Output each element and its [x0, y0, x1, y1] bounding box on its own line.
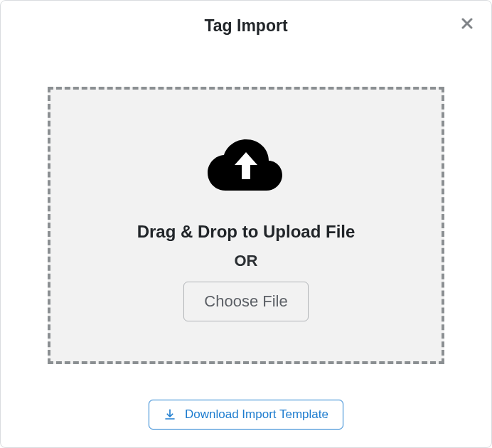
drop-instruction: Drag & Drop to Upload File	[137, 222, 355, 242]
cloud-upload-icon	[208, 132, 284, 196]
close-icon	[461, 18, 473, 29]
choose-file-button[interactable]: Choose File	[183, 282, 308, 321]
download-icon	[164, 408, 176, 421]
modal-title: Tag Import	[15, 16, 477, 36]
footer-actions: Download Import Template	[1, 400, 491, 430]
download-template-button[interactable]: Download Import Template	[149, 400, 343, 430]
file-dropzone[interactable]: Drag & Drop to Upload File OR Choose Fil…	[48, 87, 444, 364]
download-template-label: Download Import Template	[185, 407, 328, 422]
modal-header: Tag Import	[1, 1, 491, 43]
close-button[interactable]	[459, 15, 476, 32]
or-label: OR	[235, 252, 258, 270]
tag-import-modal: Tag Import Drag & Drop to Upload File OR…	[0, 0, 492, 448]
